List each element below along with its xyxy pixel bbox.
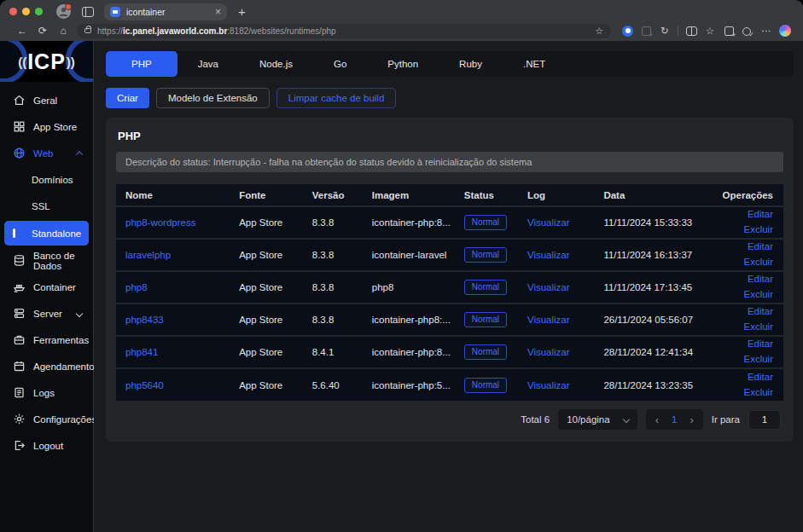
delete-link[interactable]: Excluir (717, 223, 773, 238)
view-log-link[interactable]: Visualizar (527, 347, 570, 357)
view-log-link[interactable]: Visualizar (527, 217, 570, 228)
sidebar-item-logout[interactable]: Logout (0, 432, 93, 459)
sidebar-item-agendamento[interactable]: Agendamento (0, 353, 93, 379)
section-title: PHP (118, 130, 783, 142)
sidebar-item-banco-de-dados[interactable]: Banco de Dados (0, 247, 93, 274)
runtime-image: icontainer-php:8... (365, 336, 457, 368)
tab-nodejs[interactable]: Node.js (239, 51, 313, 77)
sync-badge-icon[interactable] (618, 25, 637, 36)
sidebar-item-geral[interactable]: Geral (0, 87, 93, 113)
tab-ruby[interactable]: Ruby (439, 51, 503, 77)
tab-workspaces-icon[interactable] (82, 7, 94, 17)
toolbox-icon (13, 333, 26, 346)
split-screen-icon[interactable] (682, 26, 701, 36)
runtime-name-link[interactable]: php841 (125, 347, 158, 357)
runtime-name-link[interactable]: php8-wordpress (125, 217, 195, 228)
more-menu-icon[interactable]: ⋯ (757, 25, 776, 37)
runtime-date: 11/11/2024 16:13:37 (596, 239, 710, 271)
delete-link[interactable]: Excluir (717, 320, 773, 335)
runtime-name-link[interactable]: php8433 (125, 315, 164, 325)
goto-page-input[interactable] (748, 410, 781, 430)
runtime-image: icontainer-php:8... (365, 206, 457, 239)
edit-link[interactable]: Editar (717, 240, 773, 255)
globe-icon (13, 147, 26, 159)
address-bar[interactable]: https://ic.panel.javaworld.com.br:8182/w… (77, 24, 611, 38)
minimize-window-button[interactable] (22, 8, 30, 15)
runtime-date: 11/11/2024 15:33:33 (596, 206, 710, 239)
sidebar-item-web[interactable]: Web (0, 140, 93, 166)
sidebar-item-standalone[interactable]: Standalone (4, 221, 89, 246)
tab-go[interactable]: Go (313, 51, 367, 77)
browser-essentials-icon[interactable] (738, 26, 757, 36)
sidebar-item-dominios[interactable]: Domínios (0, 166, 93, 193)
action-buttons: Criar Modelo de Extensão Limpar cache de… (106, 88, 794, 108)
runtime-name-link[interactable]: laravelphp (125, 250, 171, 260)
tab-python[interactable]: Python (367, 51, 439, 77)
sidebar-item-ssl[interactable]: SSL (0, 193, 93, 219)
sidebar-item-configuracoes[interactable]: Configurações (0, 406, 93, 432)
col-nome: Nome (116, 184, 232, 206)
tab-close-icon[interactable]: × (215, 7, 221, 17)
tab-java[interactable]: Java (177, 51, 239, 77)
next-page-button[interactable]: › (690, 413, 693, 426)
sidebar-item-app-store[interactable]: App Store (0, 113, 93, 140)
status-badge: Normal (464, 312, 507, 327)
delete-link[interactable]: Excluir (717, 385, 773, 401)
pager: ‹ 1 › (646, 409, 703, 430)
page-size-select[interactable]: 10/página (558, 409, 637, 430)
sidebar-item-container[interactable]: Container (0, 274, 93, 300)
view-log-link[interactable]: Visualizar (527, 282, 570, 292)
sidebar-item-ferramentas[interactable]: Ferramentas (0, 327, 93, 353)
runtime-source: App Store (232, 206, 305, 239)
clear-build-cache-button[interactable]: Limpar cache de build (276, 88, 397, 108)
bookmark-star-icon[interactable]: ☆ (595, 26, 603, 37)
view-log-link[interactable]: Visualizar (527, 250, 570, 260)
prev-page-button[interactable]: ‹ (655, 413, 659, 426)
refresh-button[interactable]: ⟳ (32, 25, 53, 37)
runtime-version: 5.6.40 (305, 368, 365, 401)
chevron-down-icon (76, 309, 83, 316)
col-versao: Versão (305, 184, 365, 206)
lock-icon[interactable] (84, 28, 91, 33)
edit-link[interactable]: Editar (717, 304, 773, 320)
edit-link[interactable]: Editar (717, 272, 773, 287)
status-description: Descrição do status: Interrupção - falha… (116, 152, 783, 172)
copilot-icon[interactable] (776, 25, 794, 37)
close-window-button[interactable] (9, 8, 17, 15)
main-content: PHP Java Node.js Go Python Ruby .NET Cri… (94, 41, 803, 532)
view-log-link[interactable]: Visualizar (527, 315, 570, 325)
extensions-icon[interactable] (637, 26, 655, 36)
home-button[interactable]: ⌂ (53, 25, 73, 37)
favorites-icon[interactable]: ☆ (701, 25, 719, 37)
logout-icon (13, 439, 26, 452)
sidebar-item-logs[interactable]: Logs (0, 379, 93, 406)
delete-link[interactable]: Excluir (717, 287, 773, 303)
new-tab-button[interactable]: + (238, 5, 246, 18)
edit-link[interactable]: Editar (717, 370, 773, 385)
runtime-name-link[interactable]: php8 (125, 282, 148, 292)
history-icon[interactable]: ↻ (655, 25, 674, 37)
tab-title: icontainer (126, 7, 215, 17)
sidebar-item-server[interactable]: Server (0, 300, 93, 327)
runtime-date: 11/11/2024 17:13:45 (596, 271, 710, 304)
tab-php[interactable]: PHP (106, 51, 177, 77)
view-log-link[interactable]: Visualizar (527, 380, 570, 390)
collections-icon[interactable] (719, 26, 738, 36)
extension-template-button[interactable]: Modelo de Extensão (156, 88, 270, 108)
edit-link[interactable]: Editar (717, 337, 773, 352)
tab-dotnet[interactable]: .NET (503, 51, 566, 77)
zoom-window-button[interactable] (35, 8, 43, 15)
edit-link[interactable]: Editar (717, 207, 773, 223)
browser-tab-icontainer[interactable]: icontainer × (104, 3, 227, 20)
table-header-row: Nome Fonte Versão Imagem Status Log Data… (116, 184, 783, 206)
create-button[interactable]: Criar (106, 88, 149, 108)
current-page[interactable]: 1 (672, 414, 677, 425)
runtime-date: 26/11/2024 05:56:07 (596, 304, 710, 336)
back-button[interactable]: ← (12, 25, 32, 37)
runtime-name-link[interactable]: php5640 (125, 380, 164, 390)
toolbar-divider (678, 26, 678, 36)
delete-link[interactable]: Excluir (717, 352, 773, 367)
delete-link[interactable]: Excluir (717, 255, 773, 270)
col-status: Status (457, 184, 521, 206)
profile-avatar[interactable] (56, 4, 71, 19)
